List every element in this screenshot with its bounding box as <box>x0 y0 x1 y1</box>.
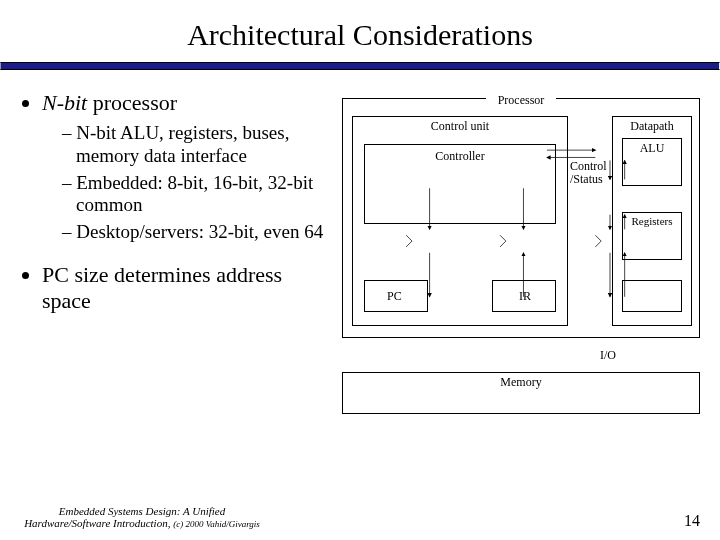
pc-box: PC <box>364 280 428 312</box>
bullet-1-sublist: N-bit ALU, registers, buses, memory data… <box>42 122 330 244</box>
controller-box: Controller <box>364 144 556 224</box>
footer-line1: Embedded Systems Design: A Unified <box>59 505 225 517</box>
memory-label: Memory <box>343 375 699 390</box>
control-status-label: Control /Status <box>570 160 618 186</box>
slide: Architectural Considerations N-bit proce… <box>0 0 720 540</box>
ir-label: IR <box>519 289 531 304</box>
bullet-list: N-bit processor N-bit ALU, registers, bu… <box>24 90 330 314</box>
bullet-1-sub3: Desktop/servers: 32-bit, even 64 <box>62 221 330 244</box>
registers-label: Registers <box>623 215 681 227</box>
slide-title: Architectural Considerations <box>0 18 720 52</box>
slide-body: N-bit processor N-bit ALU, registers, bu… <box>0 70 720 332</box>
alu-box: ALU <box>622 138 682 186</box>
text-column: N-bit processor N-bit ALU, registers, bu… <box>24 90 342 332</box>
title-rule <box>0 62 720 70</box>
control-unit-label: Control unit <box>353 119 567 134</box>
bullet-1: N-bit processor N-bit ALU, registers, bu… <box>42 90 330 244</box>
io-label: I/O <box>600 348 616 363</box>
alu-label: ALU <box>623 141 681 156</box>
footer-line2b: (c) 2000 Vahid/Givargis <box>173 519 260 529</box>
registers-box: Registers <box>622 212 682 260</box>
processor-label: Processor <box>486 93 556 108</box>
footer-line2a: Hardware/Software Introduction, <box>24 517 173 529</box>
bullet-1-sub1: N-bit ALU, registers, buses, memory data… <box>62 122 330 168</box>
diagram-column: Processor Control unit Controller PC IR … <box>342 90 702 332</box>
datapath-reg-box <box>622 280 682 312</box>
datapath-label: Datapath <box>613 119 691 134</box>
bullet-2: PC size determines address space <box>42 262 330 314</box>
bullet-1-emph: N-bit <box>42 90 87 115</box>
bullet-1-sub2: Embedded: 8-bit, 16-bit, 32-bit common <box>62 172 330 218</box>
ir-box: IR <box>492 280 556 312</box>
page-number: 14 <box>684 512 700 530</box>
memory-box: Memory <box>342 372 700 414</box>
bullet-1-rest: processor <box>87 90 177 115</box>
pc-label: PC <box>387 289 402 304</box>
controller-label: Controller <box>365 149 555 164</box>
footer-credit: Embedded Systems Design: A Unified Hardw… <box>12 505 272 530</box>
